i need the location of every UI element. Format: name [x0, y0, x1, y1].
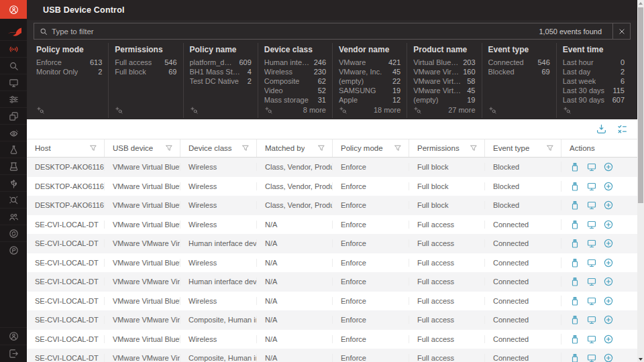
- facet-option-last-hour[interactable]: Last hour0: [563, 58, 625, 67]
- facet-option-vmware-virtual-usb[interactable]: VMware Virtual USB…58: [413, 76, 475, 86]
- add-circle-action-button[interactable]: [603, 257, 614, 268]
- table-row[interactable]: DESKTOP-AKO6116VMware Virtual Bluetoot…W…: [27, 177, 637, 196]
- facet-option-vmware-virtual-usb[interactable]: VMware Virtual USB…45: [413, 86, 475, 95]
- column-filter-icon[interactable]: [241, 144, 250, 152]
- usb-device-action-button[interactable]: [570, 314, 580, 325]
- facet-option-bh1-mass-storage-no[interactable]: BH1 Mass Storage No…4: [190, 67, 252, 76]
- endpoint-monitor-action-button[interactable]: [586, 296, 597, 306]
- facet-add-filter-button[interactable]: [563, 106, 571, 114]
- facet-add-filter-button[interactable]: [115, 106, 123, 114]
- sidebar-item-org-profile[interactable]: [0, 0, 27, 19]
- facet-option-blocked[interactable]: Blocked69: [488, 67, 550, 76]
- select-columns-button[interactable]: [616, 123, 628, 135]
- carbon-black-logo[interactable]: [0, 19, 27, 40]
- facet-option-full-access[interactable]: Full access546: [115, 58, 176, 67]
- endpoint-monitor-action-button[interactable]: [586, 334, 597, 345]
- table-row[interactable]: SE-CVI-LOCAL-DTVMware VMware Virtual …Co…: [27, 310, 637, 330]
- column-filter-icon[interactable]: [470, 144, 478, 152]
- facet-add-filter-button[interactable]: [488, 106, 496, 114]
- endpoint-monitor-action-button[interactable]: [586, 200, 597, 210]
- table-row[interactable]: SE-CVI-LOCAL-DTVMware VMware Virtual …Co…: [27, 349, 637, 362]
- usb-device-action-button[interactable]: [570, 238, 580, 249]
- add-circle-action-button[interactable]: [603, 219, 614, 230]
- facet-option-mass-storage[interactable]: Mass storage31: [264, 95, 326, 105]
- table-row[interactable]: SE-CVI-LOCAL-DTVMware Virtual Bluetoot…W…: [27, 292, 637, 311]
- endpoint-monitor-action-button[interactable]: [586, 276, 597, 287]
- table-row[interactable]: SE-CVI-LOCAL-DTVMware Virtual Bluetoot…W…: [27, 215, 637, 235]
- facet-option-vmware[interactable]: VMware421: [339, 58, 400, 67]
- column-filter-icon[interactable]: [546, 144, 554, 152]
- column-filter-icon[interactable]: [394, 144, 402, 152]
- facet-option-full-block[interactable]: Full block69: [115, 67, 176, 76]
- usb-device-action-button[interactable]: [570, 257, 580, 268]
- sidebar-item-users[interactable]: [0, 208, 27, 225]
- sidebar-item-settings-a[interactable]: [0, 225, 27, 241]
- endpoint-monitor-action-button[interactable]: [586, 219, 597, 230]
- usb-device-action-button[interactable]: [570, 162, 580, 172]
- scrollbar-thumb[interactable]: [638, 7, 643, 203]
- facet-option-last-90-days[interactable]: Last 90 days607: [563, 95, 625, 105]
- endpoint-monitor-action-button[interactable]: [586, 162, 597, 172]
- endpoint-monitor-action-button[interactable]: [586, 314, 597, 325]
- usb-device-action-button[interactable]: [570, 276, 580, 287]
- facet-add-filter-button[interactable]: [190, 106, 198, 114]
- sidebar-item-live-alerts[interactable]: [0, 40, 27, 57]
- clear-search-button[interactable]: [612, 23, 630, 39]
- sidebar-item-lab-beaker[interactable]: [0, 158, 27, 174]
- usb-device-action-button[interactable]: [570, 353, 580, 362]
- facet-option-enforce[interactable]: Enforce613: [36, 58, 102, 67]
- table-row[interactable]: DESKTOP-AKO6116VMware Virtual Bluetoot…W…: [27, 196, 637, 215]
- table-row[interactable]: SE-CVI-LOCAL-DTVMware Virtual Bluetoot…W…: [27, 330, 637, 349]
- facet-option-connected[interactable]: Connected546: [488, 58, 550, 67]
- vertical-scrollbar[interactable]: [637, 0, 644, 362]
- add-circle-action-button[interactable]: [603, 181, 614, 192]
- column-filter-icon[interactable]: [317, 144, 325, 152]
- table-row[interactable]: SE-CVI-LOCAL-DTVMware VMware Virtual …Hu…: [27, 272, 637, 292]
- facet-option-empty[interactable]: (empty)19: [413, 95, 475, 105]
- facet-option-wireless[interactable]: Wireless230: [264, 67, 326, 76]
- add-circle-action-button[interactable]: [603, 238, 614, 249]
- table-row[interactable]: SE-CVI-LOCAL-DTVMware VMware Virtual …Hu…: [27, 234, 637, 253]
- facet-more-link[interactable]: 18 more: [374, 106, 400, 114]
- usb-device-action-button[interactable]: [570, 334, 580, 345]
- add-circle-action-button[interactable]: [603, 296, 614, 306]
- facet-option-last-day[interactable]: Last day2: [563, 67, 625, 76]
- sidebar-item-usb-device-control[interactable]: [0, 174, 27, 191]
- facet-more-link[interactable]: 8 more: [303, 106, 326, 114]
- sidebar-item-profile[interactable]: [0, 327, 27, 345]
- column-filter-icon[interactable]: [89, 144, 97, 152]
- facet-option-virtual-bluetooth[interactable]: Virtual Bluetooth …203: [413, 58, 475, 67]
- sidebar-item-lab-flask[interactable]: [0, 141, 27, 158]
- facet-option-apple[interactable]: Apple12: [339, 95, 400, 105]
- facet-option-vmware-virtual-us[interactable]: VMware Virtual US…160: [413, 67, 475, 76]
- scroll-up-arrow-icon[interactable]: [639, 2, 643, 5]
- sidebar-item-endpoints[interactable]: [0, 74, 27, 90]
- scroll-down-arrow-icon[interactable]: [639, 358, 643, 361]
- add-circle-action-button[interactable]: [603, 200, 614, 210]
- sidebar-item-sign-out[interactable]: [0, 345, 27, 362]
- facet-add-filter-button[interactable]: [264, 106, 272, 114]
- usb-device-action-button[interactable]: [570, 219, 580, 230]
- add-circle-action-button[interactable]: [603, 162, 614, 172]
- facet-option-test-dc-native[interactable]: Test DC Native2: [190, 76, 252, 86]
- facet-option-empty[interactable]: (empty)22: [339, 76, 400, 86]
- endpoint-monitor-action-button[interactable]: [586, 181, 597, 192]
- table-row[interactable]: DESKTOP-AKO6116VMware Virtual Bluetoot…W…: [27, 158, 637, 177]
- facet-option-vmware-inc[interactable]: VMware, Inc.45: [339, 67, 400, 76]
- sidebar-item-discover[interactable]: [0, 191, 27, 208]
- sidebar-item-policies[interactable]: [0, 90, 27, 107]
- add-circle-action-button[interactable]: [603, 334, 614, 345]
- facet-option-samsung[interactable]: SAMSUNG19: [339, 86, 400, 95]
- facet-option-last-30-days[interactable]: Last 30 days115: [563, 86, 625, 95]
- sidebar-item-inventory[interactable]: [0, 107, 27, 124]
- add-circle-action-button[interactable]: [603, 314, 614, 325]
- search-input[interactable]: [52, 27, 535, 36]
- column-filter-icon[interactable]: [165, 144, 173, 152]
- sidebar-item-watchlists[interactable]: [0, 124, 27, 141]
- facet-add-filter-button[interactable]: [339, 106, 347, 114]
- sidebar-item-investigate[interactable]: [0, 57, 27, 74]
- facet-option-platform-default[interactable]: platform_default609: [190, 58, 252, 67]
- facet-option-monitor-only[interactable]: Monitor Only2: [36, 67, 102, 76]
- facet-option-video[interactable]: Video52: [264, 86, 326, 95]
- facet-option-human-interface-d[interactable]: Human interface d…246: [264, 58, 326, 67]
